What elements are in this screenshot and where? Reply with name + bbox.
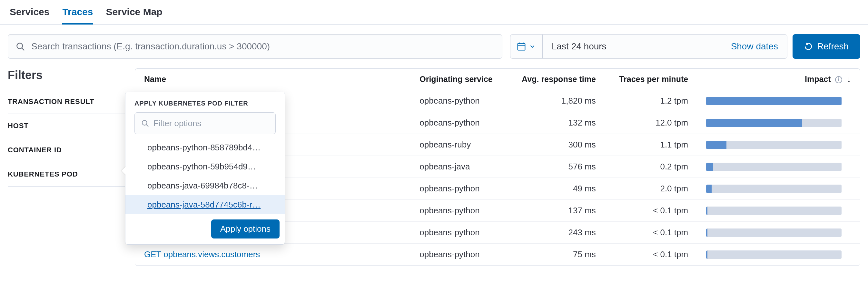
popover-search[interactable] [134,112,276,134]
popover-option[interactable]: opbeans-python-59b954d9… [125,157,285,176]
cell-avg: 576 ms [507,156,605,178]
search-input[interactable] [31,41,494,52]
col-avg-response-time[interactable]: Avg. response time [507,69,605,90]
svg-point-0 [17,43,23,49]
cell-impact [697,112,860,134]
cell-service: opbeans-python [410,90,507,112]
cell-avg: 300 ms [507,134,605,156]
popover-options-list: opbeans-python-858789bd4…opbeans-python-… [125,138,285,217]
cell-impact [697,200,860,222]
filter-host[interactable]: HOST [8,114,127,138]
cell-avg: 49 ms [507,178,605,200]
cell-service: opbeans-python [410,178,507,200]
cell-impact [697,156,860,178]
col-impact-label: Impact [805,75,831,84]
tab-services[interactable]: Services [10,6,49,25]
col-originating-service[interactable]: Originating service [410,69,507,90]
filters-heading: Filters [8,68,127,82]
cell-service: opbeans-java [410,156,507,178]
cell-avg: 132 ms [507,112,605,134]
cell-tpm: 0.2 tpm [605,156,697,178]
col-name[interactable]: Name [135,69,410,90]
refresh-label: Refresh [817,41,849,52]
cell-tpm: 12.0 tpm [605,112,697,134]
refresh-button[interactable]: Refresh [793,34,860,59]
cell-name[interactable]: GET opbeans.views.customers [135,244,410,265]
cell-avg: 75 ms [507,244,605,265]
search-icon [16,42,25,51]
cell-impact [697,244,860,265]
cell-tpm: 2.0 tpm [605,178,697,200]
cell-service: opbeans-python [410,222,507,244]
refresh-icon [804,42,812,51]
search-box[interactable] [8,34,502,59]
popover-option[interactable]: opbeans-java-58d7745c6b-r… [125,195,285,214]
cell-service: opbeans-python [410,244,507,265]
date-picker-button[interactable] [510,34,542,59]
filter-transaction-result[interactable]: TRANSACTION RESULT [8,90,127,114]
tab-service-map[interactable]: Service Map [106,6,162,25]
toolbar: Last 24 hours Show dates Refresh [0,25,868,68]
cell-avg: 243 ms [507,222,605,244]
filter-container-id[interactable]: CONTAINER ID [8,138,127,162]
info-icon[interactable]: i [835,76,842,83]
popover-option[interactable]: opbeans-java-69984b78c8-… [125,176,285,195]
cell-impact [697,134,860,156]
popover-title: APPLY KUBERNETES POD FILTER [125,92,285,112]
cell-service: opbeans-ruby [410,134,507,156]
filters-panel: Filters TRANSACTION RESULT HOST CONTAINE… [8,68,127,187]
cell-tpm: < 0.1 tpm [605,244,697,265]
cell-avg: 1,820 ms [507,90,605,112]
svg-rect-2 [518,44,525,50]
apply-options-button[interactable]: Apply options [211,220,280,238]
search-icon [141,119,149,127]
popover-option[interactable]: opbeans-python-858789bd4… [125,138,285,157]
cell-avg: 137 ms [507,200,605,222]
kubernetes-pod-filter-popover: APPLY KUBERNETES POD FILTER opbeans-pyth… [125,92,285,245]
svg-line-7 [146,124,148,126]
cell-impact [697,178,860,200]
date-range[interactable]: Last 24 hours Show dates [542,34,787,59]
svg-line-1 [22,48,24,50]
cell-impact [697,222,860,244]
popover-filter-input[interactable] [153,118,269,129]
table-row: GET opbeans.views.customersopbeans-pytho… [135,244,860,265]
chevron-down-icon [529,43,536,50]
calendar-icon [517,41,526,51]
sort-desc-icon: ↓ [847,75,851,84]
cell-service: opbeans-python [410,200,507,222]
tab-traces[interactable]: Traces [62,6,93,25]
cell-tpm: < 0.1 tpm [605,200,697,222]
show-dates-link[interactable]: Show dates [731,41,778,52]
col-impact[interactable]: Impact i ↓ [697,69,860,90]
cell-tpm: < 0.1 tpm [605,222,697,244]
cell-service: opbeans-python [410,112,507,134]
col-traces-per-minute[interactable]: Traces per minute [605,69,697,90]
filter-kubernetes-pod[interactable]: KUBERNETES POD [8,162,127,187]
date-range-label: Last 24 hours [552,41,607,52]
cell-tpm: 1.2 tpm [605,90,697,112]
cell-impact [697,90,860,112]
svg-point-6 [142,120,147,125]
cell-tpm: 1.1 tpm [605,134,697,156]
nav-tabs: Services Traces Service Map [0,0,868,25]
